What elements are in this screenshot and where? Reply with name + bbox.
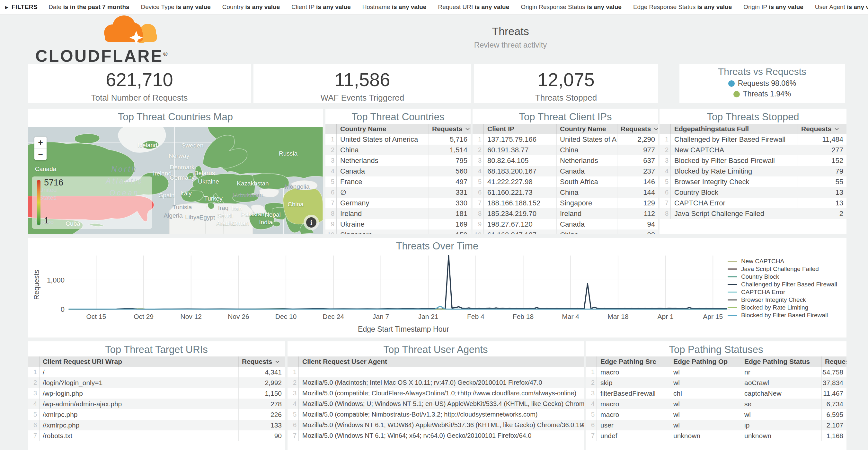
sort-desc-icon [654,128,658,130]
filter-chip[interactable]: Request URI is any value [438,3,509,10]
row-number: 10 [326,230,337,234]
filters-label[interactable]: FILTERS [11,3,38,10]
filter-chip[interactable]: Edge Response Status is any value [633,3,732,10]
table-cell: 79 [798,166,846,177]
map-country-label: Saudi Arabia [217,212,234,227]
row-number: 7 [472,198,484,208]
table-cell: Canada [557,219,617,230]
table-row: 1 [287,367,584,377]
table-cell: 277 [798,145,846,155]
map-country-label: Iran [231,205,242,212]
filter-field-name: Hostname [362,3,392,10]
table-cell: 185.234.219.70 [484,208,557,219]
top-threat-user-agents-panel: Top Threat User AgentsClient Request Use… [287,341,584,450]
table-cell: 977 [617,145,658,155]
row-number: 5 [586,409,597,420]
stat-value: 621,710 [28,69,251,90]
table-cell: Browser Integrity Check [671,177,798,187]
table-row: 6//xmlrpc.php133 [28,420,285,430]
filter-chip[interactable]: Country is any value [222,3,280,10]
table-row: 4macrowlse6,734 [586,398,846,409]
column-header[interactable]: Requests [617,124,658,134]
x-axis-tick: Apr 15 [703,313,723,320]
table-row: 7Mozilla/5.0 (Windows NT 6.1; Win64; x64… [287,430,584,441]
column-header-label: Client Request User Agent [302,358,387,365]
tvr-legend-label: Requests 98.06% [738,79,796,88]
map-zoom-out-button[interactable]: − [34,149,46,160]
map-zoom-in-button[interactable]: + [34,137,46,149]
filter-chip[interactable]: Hostname is any value [362,3,427,10]
table-cell: wl [670,409,741,420]
table-cell: macro [597,367,670,377]
table-cell: 152 [798,155,846,166]
map-country-label: Russia [279,150,298,157]
column-header-label: Edge Pathing Status [744,358,810,365]
filter-chip[interactable]: Origin Response Status is any value [521,3,622,10]
row-number: 1 [472,134,484,145]
column-header-label: Client Request URI Wrap [43,358,122,365]
panel-title: Top Threat Countries Map [28,109,323,124]
table-cell: 497 [429,177,471,187]
filter-field-value: is any value [698,3,732,10]
map-color-legend: 5716 1 [32,177,152,229]
chart-legend-item[interactable]: Blocked by Rate Limiting [727,304,837,312]
chart-legend-item[interactable]: New CAPTCHA [727,258,837,266]
column-header[interactable]: Requests [822,357,846,367]
chart-legend-item[interactable]: Country Block [727,273,837,281]
table-cell: 1,150 [239,388,285,398]
chart-legend-item[interactable]: Browser Integrity Check [727,296,837,304]
column-header[interactable]: Requests [798,124,846,134]
row-number: 6 [659,187,671,198]
chart-legend-item[interactable]: Challenged by Filter Based Firewall [727,281,837,289]
filter-chip[interactable]: Origin IP is any value [743,3,803,10]
map-info-button[interactable]: i [304,215,319,230]
filter-field-name: Device Type [141,3,176,10]
column-header[interactable]: Requests [429,124,471,134]
tvr-legend-label: Threats 1.94% [743,90,791,98]
map-country-label: Norway [169,152,189,160]
table-cell: /login/?login_only=1 [39,377,239,388]
legend-dot-icon [734,91,740,97]
threats-over-time-chart[interactable]: 01,000Oct 15Oct 29Nov 12Nov 26Dec 10Dec … [28,238,846,337]
row-number: 9 [326,219,337,230]
sort-desc-icon [275,360,280,363]
filter-chip[interactable]: Client IP is any value [291,3,350,10]
column-header: Edge Pathing Op [670,357,741,367]
chart-series-line [69,256,727,309]
filters-expand-icon[interactable]: ▶ [5,5,8,10]
x-axis-tick: Oct 29 [134,313,154,320]
map-country-label: Algeria [163,212,183,219]
panel-title: Top Pathing Statuses [586,341,846,357]
filter-chip[interactable]: User Agent is any value [815,3,868,10]
chart-legend-item[interactable]: CAPTCHA Error [727,289,837,296]
table-cell: 41.222.227.98 [484,177,557,187]
world-map[interactable]: CanadaUnited StatesMexicoCubaIcelandIrel… [28,127,323,234]
table-cell: Ukraine [337,219,429,230]
filter-field-value: is any value [587,3,622,10]
stat-value: 11,586 [253,69,471,90]
filter-chip[interactable]: Date is in the past 7 months [49,3,129,10]
chart-legend-item[interactable]: Blocked by Filter Based Firewall [727,312,837,320]
row-number: 1 [287,367,299,377]
table-cell: chl [670,388,741,398]
chart-legend-label: New CAPTCHA [741,258,784,265]
stat-waf-events: 11,586 WAF Events Triggered [253,64,471,103]
x-axis-tick: Jan 21 [418,313,438,320]
threats-vs-requests-panel: Threats vs Requests Requests 98.06%Threa… [679,64,845,103]
table-cell: Mozilla/5.0 (Windows NT 6.1; Win64; x64;… [299,430,584,441]
table-cell: 68.183.200.167 [484,166,557,177]
table-row: 2China1,514 [326,145,471,155]
row-number: 2 [659,145,671,155]
filter-bar: ▶ FILTERS Date is in the past 7 monthsDe… [0,0,868,14]
chart-legend-item[interactable]: Java Script Challenge Failed [727,266,837,273]
column-header[interactable]: Requests [239,357,285,367]
filter-field-value: is any value [769,3,803,10]
row-number: 4 [586,398,597,409]
table-row: 9Ukraine169 [326,219,471,230]
x-axis-tick: Mar 4 [562,313,579,320]
column-header-label: Edgepathingstatus Full [674,125,749,133]
table-cell: Java Script Challenge Failed [671,208,798,219]
filter-chip[interactable]: Device Type is any value [141,3,211,10]
chart-legend: New CAPTCHAJava Script Challenge FailedC… [727,258,837,320]
column-header: Edge Pathing Src [597,357,670,367]
